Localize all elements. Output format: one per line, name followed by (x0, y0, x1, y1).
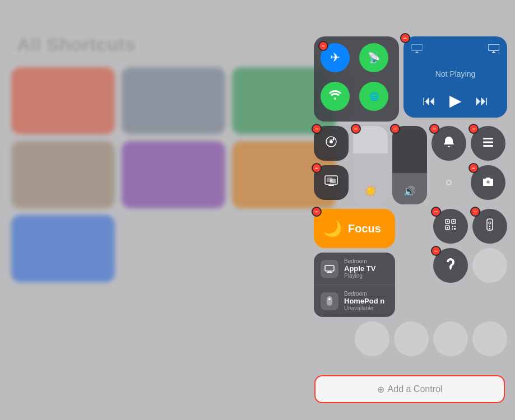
remove-airplane[interactable]: − (318, 41, 328, 51)
right-icon-grid: − − (432, 126, 505, 200)
focus-media-left: − 🌙 Focus (314, 209, 395, 317)
svg-rect-11 (483, 145, 493, 147)
svg-point-0 (334, 97, 336, 100)
bell-icon (443, 136, 455, 151)
volume-slider[interactable]: 🔊 (392, 126, 427, 204)
homepod-name: HomePod n (344, 297, 384, 305)
apple-tv-room: Bedroom (344, 258, 375, 264)
ghost-circle-4 (433, 321, 468, 356)
svg-point-31 (450, 268, 452, 270)
svg-rect-22 (447, 227, 448, 228)
add-control-plus-icon: ⊕ (377, 384, 384, 395)
remove-brightness[interactable]: − (351, 124, 361, 134)
camera-container: − (471, 165, 505, 200)
remove-list[interactable]: − (468, 124, 479, 134)
svg-point-4 (330, 140, 333, 143)
ghost-circle-2 (355, 321, 389, 356)
focus-button[interactable]: 🌙 Focus (314, 209, 395, 248)
lock-rotation-icon (324, 135, 338, 152)
svg-point-28 (489, 222, 491, 224)
bell-container: − (432, 126, 466, 161)
camera-icon (482, 175, 494, 190)
svg-rect-24 (454, 226, 456, 227)
svg-rect-10 (483, 142, 493, 143)
brightness-container: − ☀️ (353, 126, 388, 204)
bluetooth-button[interactable]: 🌐 (359, 82, 392, 115)
now-playing-block: − Not Playing ⏮ ▶ (403, 36, 507, 118)
now-playing-controls: ⏮ ▶ ⏭ (411, 91, 499, 110)
apple-tv-item[interactable]: Bedroom Apple TV Playing (314, 253, 395, 284)
row-sliders: − − (314, 126, 507, 204)
airplane-button[interactable]: − ✈ (321, 43, 354, 76)
remove-nowplaying[interactable]: − (400, 33, 410, 43)
apple-tv-name: Apple TV (344, 264, 375, 273)
remove-bell[interactable]: − (429, 124, 439, 134)
control-center-panel: − ✈ 📡 (314, 36, 507, 356)
remove-hearing[interactable]: − (431, 246, 441, 256)
hearing-icon (446, 258, 456, 273)
remote-icon (486, 218, 494, 234)
bluetooth-icon: 🌐 (369, 92, 379, 101)
radio-indicator (432, 165, 466, 200)
lock-rotation-container: − (314, 126, 349, 161)
radio-dot (446, 180, 452, 185)
svg-rect-6 (328, 185, 334, 186)
airplay-right-icon[interactable] (488, 44, 499, 56)
remove-remote[interactable]: − (470, 207, 480, 217)
svg-rect-26 (454, 228, 456, 230)
remove-camera[interactable]: − (468, 163, 479, 173)
svg-rect-2 (488, 44, 499, 50)
next-button[interactable]: ⏭ (475, 93, 489, 109)
svg-rect-8 (330, 179, 336, 183)
row-ghost (314, 321, 507, 356)
homepod-icon (321, 292, 338, 310)
remote-container: − (472, 209, 507, 244)
brightness-slider[interactable]: ☀️ (353, 126, 388, 204)
airdrop-icon: 📡 (368, 52, 380, 64)
ghost-circle-1 (472, 248, 507, 283)
remove-screen-mirror[interactable]: − (312, 163, 322, 173)
row-connectivity-nowplaying: − ✈ 📡 (314, 36, 507, 122)
play-button[interactable]: ▶ (449, 91, 462, 110)
homepod-info: Bedroom HomePod n Unavailable (344, 291, 384, 311)
ghost-circle-5 (472, 321, 507, 356)
svg-rect-23 (452, 226, 453, 227)
add-control-label: Add a Control (388, 384, 443, 394)
volume-container: − 🔊 ♡ (392, 126, 427, 204)
airplane-icon: ✈ (330, 50, 340, 65)
add-control-button[interactable]: ⊕ Add a Control (314, 375, 505, 403)
wifi-icon-btn[interactable] (321, 82, 350, 111)
qr-icon (444, 218, 457, 234)
homepod-room: Bedroom (344, 291, 384, 297)
now-playing-header (411, 44, 499, 56)
remove-lock-rotation[interactable]: − (312, 124, 322, 134)
row-focus-media: − 🌙 Focus (314, 209, 507, 317)
previous-button[interactable]: ⏮ (423, 93, 436, 109)
screen-mirror-container: − (314, 165, 349, 200)
airdrop-button[interactable]: 📡 (359, 43, 392, 76)
svg-rect-13 (325, 265, 334, 271)
right-icon-grid-2: − (433, 209, 507, 283)
apple-tv-status: Playing (344, 273, 375, 279)
hearing-container: − (433, 248, 468, 283)
qr-container: − (433, 209, 468, 244)
svg-rect-9 (483, 138, 493, 139)
media-source-block: Bedroom Apple TV Playing Bedroom (314, 253, 395, 317)
lock-mirror-pair: − − (314, 126, 349, 200)
ghost-circle-3 (394, 321, 429, 356)
svg-rect-20 (453, 221, 454, 222)
wifi-button[interactable] (321, 82, 354, 115)
homepod-item[interactable]: Bedroom HomePod n Unavailable (314, 284, 395, 317)
bluetooth-icon-btn[interactable]: 🌐 (359, 82, 388, 111)
remove-volume[interactable]: − (390, 124, 400, 134)
airdrop-icon-btn[interactable]: 📡 (359, 43, 388, 72)
remove-qr[interactable]: − (431, 207, 441, 217)
focus-moon-icon: 🌙 (323, 220, 342, 238)
now-playing-label: Not Playing (411, 69, 499, 78)
homepod-status: Unavailable (344, 305, 384, 311)
svg-point-16 (328, 298, 331, 300)
svg-rect-29 (489, 226, 490, 227)
apple-tv-icon (321, 260, 338, 278)
apple-tv-info: Bedroom Apple TV Playing (344, 258, 375, 279)
remove-focus[interactable]: − (312, 207, 322, 217)
